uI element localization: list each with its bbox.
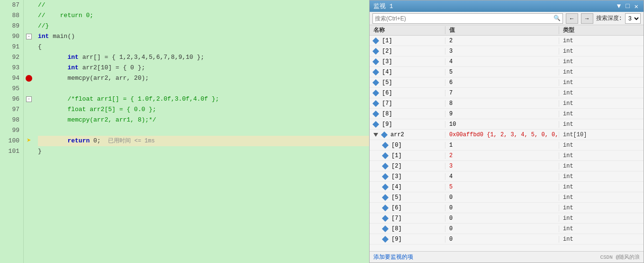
watch-row-value: 4 [445, 58, 559, 65]
watch-row[interactable]: [6]0int [370, 203, 644, 213]
gutter-91 [24, 42, 34, 52]
watch-row-name-text: arr2 [390, 132, 404, 138]
watch-row-name: [2] [370, 48, 445, 55]
watch-row-name-text: [4] [382, 69, 392, 75]
diamond-icon [382, 194, 389, 201]
watch-row[interactable]: [4]5int [370, 67, 644, 77]
fold-button-90[interactable]: - [26, 34, 32, 39]
watch-row-value: 3 [445, 163, 559, 169]
arrow-indicator: ➤ [27, 137, 31, 145]
gutter-area: - - ➤ [24, 0, 34, 263]
watch-footer-text[interactable]: 添加要监视的项 [373, 253, 413, 261]
watch-row-type: int [559, 215, 644, 222]
code-line-91: { [38, 42, 369, 52]
watch-row-name-text: [8] [382, 111, 392, 117]
watch-row-value: 3 [445, 48, 559, 55]
code-line-97: float arr2[5] = { 0.0 }; [38, 104, 369, 115]
watch-row-type: int [559, 205, 644, 211]
watch-row-name-text: [1] [391, 152, 402, 159]
watermark: CSDN @随风的浪 [600, 254, 640, 261]
editor-area: 87 88 89 90 91 92 93 94 95 96 97 98 99 1… [0, 0, 369, 263]
line-num-89: 89 [4, 21, 19, 31]
depth-label: 搜索深度: [596, 14, 622, 22]
gutter-90[interactable]: - [24, 31, 34, 42]
restore-button[interactable]: □ [624, 2, 631, 10]
watch-row-type: int [559, 152, 644, 159]
watch-row[interactable]: [5]0int [370, 192, 644, 203]
code-line-88: // return 0; [38, 10, 369, 21]
triangle-open-icon [373, 133, 378, 137]
watch-row[interactable]: [3]4int [370, 171, 644, 182]
watch-row-name: [7] [370, 100, 445, 107]
watch-row[interactable]: [1]2int [370, 36, 644, 46]
diamond-icon [382, 184, 389, 190]
watch-row-name-text: [1] [382, 38, 392, 44]
watch-row[interactable]: [8]9int [370, 109, 644, 119]
watch-row[interactable]: [0]1int [370, 140, 644, 150]
watch-row-type: int [559, 79, 644, 86]
watch-row[interactable]: [5]6int [370, 77, 644, 88]
nav-back-button[interactable]: ← [566, 13, 578, 24]
watch-row[interactable]: [9]10int [370, 119, 644, 130]
watch-row[interactable]: [2]3int [370, 161, 644, 171]
line-num-91: 91 [4, 42, 19, 52]
watch-row-value: 10 [445, 121, 559, 128]
code-line-87: // [38, 0, 369, 10]
gutter-98 [24, 115, 34, 125]
gutter-94[interactable] [24, 73, 34, 84]
line-num-88: 88 [4, 10, 19, 21]
watch-row-name-text: [6] [391, 205, 402, 211]
line-num-97: 97 [4, 104, 19, 115]
nav-forward-button[interactable]: → [581, 13, 593, 24]
watch-title: 监视 1 [373, 2, 393, 10]
watch-table-header: 名称 值 类型 [370, 25, 644, 36]
watch-row[interactable]: [1]2int [370, 150, 644, 161]
watch-row-type: int[10] [559, 132, 644, 138]
watch-row-type: int [559, 90, 644, 96]
watch-row-name-text: [2] [382, 48, 392, 55]
code-line-96: /*float arr1[] = { 1.0f,2.0f,3.0f,4.0f }… [38, 94, 369, 104]
watch-row[interactable]: [3]4int [370, 56, 644, 67]
gutter-101 [24, 146, 34, 157]
col-header-value: 值 [445, 26, 559, 34]
watch-row-type: int [559, 111, 644, 117]
diamond-icon [372, 111, 379, 117]
search-box[interactable]: 🔍 [372, 13, 563, 24]
fold-button-96[interactable]: - [26, 96, 32, 102]
watch-row[interactable]: [8]0int [370, 224, 644, 234]
minimize-button[interactable]: ▼ [616, 2, 622, 10]
search-input[interactable] [375, 15, 553, 22]
diamond-icon [372, 69, 379, 75]
watch-row-value: 2 [445, 38, 559, 44]
watch-row-type: int [559, 184, 644, 190]
diamond-icon [372, 121, 379, 128]
watch-row[interactable]: [2]3int [370, 46, 644, 56]
breakpoint-94[interactable] [26, 75, 32, 82]
watch-row-type: int [559, 142, 644, 149]
watch-row-name-text: [2] [391, 163, 402, 169]
watch-row-name-text: [7] [382, 100, 392, 107]
watch-row-type: int [559, 100, 644, 107]
code-line-95 [38, 84, 369, 94]
watch-row[interactable]: arr20x00affbd0 {1, 2, 3, 4, 5, 0, 0, 0, … [370, 130, 644, 140]
watch-row[interactable]: [7]8int [370, 98, 644, 109]
watch-row-name: [9] [370, 236, 445, 243]
watch-row-type: int [559, 173, 644, 180]
close-button[interactable]: ✕ [633, 2, 640, 10]
watch-row[interactable]: [4]5int [370, 182, 644, 192]
watch-table-body[interactable]: [1]2int[2]3int[3]4int[4]5int[5]6int[6]7i… [370, 36, 644, 251]
diamond-icon [382, 225, 389, 232]
watch-row-name-text: [3] [391, 173, 402, 180]
code-line-94: memcpy(arr2, arr, 20); [38, 73, 369, 84]
watch-row[interactable]: [7]0int [370, 213, 644, 224]
watch-row[interactable]: [6]7int [370, 88, 644, 98]
depth-select[interactable]: 3 1 2 4 5 [625, 13, 641, 24]
gutter-97 [24, 104, 34, 115]
gutter-96[interactable]: - [24, 94, 34, 104]
watch-toolbar: 🔍 ← → 搜索深度: 3 1 2 4 5 [370, 12, 644, 25]
watch-row-name-text: [9] [391, 236, 402, 243]
gutter-92 [24, 52, 34, 63]
watch-row[interactable]: [9]0int [370, 234, 644, 244]
line-num-100: 100 [4, 136, 19, 146]
watch-row-value: 7 [445, 90, 559, 96]
